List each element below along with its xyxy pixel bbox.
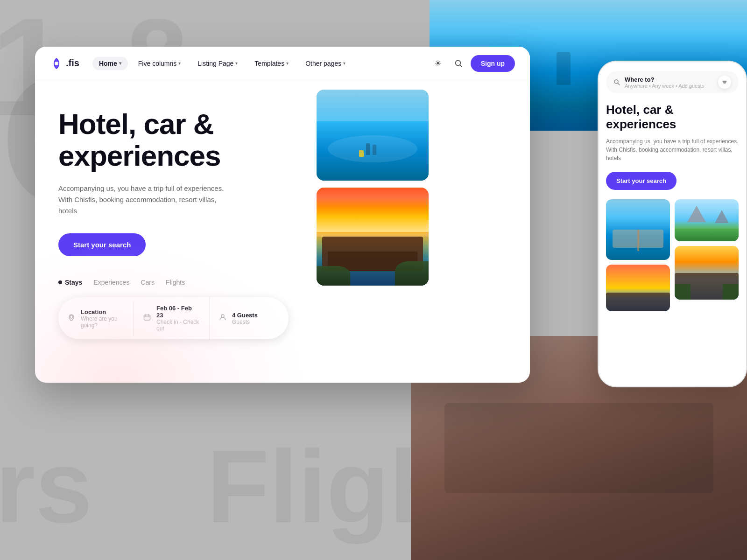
- chevron-down-icon: ▾: [235, 61, 238, 66]
- tab-stays[interactable]: Stays: [58, 279, 82, 286]
- search-icon: [454, 59, 463, 68]
- phone-filter-icon[interactable]: [718, 76, 731, 89]
- theme-toggle-button[interactable]: ☀: [430, 55, 446, 72]
- phone-hero-title: Hotel, car & experiences: [606, 103, 739, 132]
- phone-img-col-left: [606, 199, 670, 311]
- nav-item-other-pages[interactable]: Other pages ▾: [299, 57, 352, 70]
- navbar: .fis Home ▾ Five columns ▾ Listing Page …: [35, 47, 530, 80]
- phone-search-bar[interactable]: Where to? Anywhere • Any week • Add gues…: [606, 71, 739, 93]
- phone-img-col-right: [675, 199, 739, 311]
- hero-right-panel: [307, 80, 530, 383]
- phone-image-ocean: [606, 199, 670, 260]
- chevron-down-icon: ▾: [343, 61, 345, 66]
- nav-item-templates[interactable]: Templates ▾: [248, 57, 295, 70]
- svg-point-0: [55, 62, 58, 65]
- nav-item-five-columns[interactable]: Five columns ▾: [132, 57, 187, 70]
- chevron-down-icon: ▾: [286, 61, 289, 66]
- phone-search-icon: [613, 79, 620, 85]
- search-bar: Location Where are you going?: [58, 297, 289, 339]
- hero-image-top: [317, 90, 429, 181]
- phone-hero-subtitle: Accompanying us, you have a trip full of…: [606, 137, 739, 162]
- svg-point-1: [455, 60, 460, 65]
- signup-button[interactable]: Sign up: [471, 55, 515, 72]
- sun-icon: ☀: [434, 58, 442, 69]
- location-field[interactable]: Location Where are you going?: [58, 301, 134, 336]
- logo-icon: [50, 57, 63, 70]
- tab-dot: [58, 280, 62, 284]
- phone-image-mountain: [675, 199, 739, 241]
- svg-line-2: [460, 65, 462, 67]
- tab-cars[interactable]: Cars: [141, 279, 155, 286]
- hero-subtitle: Accompanying us, you have a trip full of…: [58, 183, 236, 217]
- search-button[interactable]: [450, 55, 467, 72]
- logo[interactable]: .fis: [50, 57, 79, 70]
- svg-point-8: [221, 315, 224, 317]
- chevron-down-icon: ▾: [178, 61, 181, 66]
- phone-image-bungalow: [675, 246, 739, 300]
- guests-icon: [219, 314, 226, 323]
- phone-images-grid: [606, 199, 739, 311]
- chevron-down-icon: ▾: [119, 61, 121, 66]
- logo-text: .fis: [66, 58, 79, 69]
- tab-flights[interactable]: Flights: [166, 279, 185, 286]
- browser-window: .fis Home ▾ Five columns ▾ Listing Page …: [35, 47, 530, 383]
- phone-search-text: Where to? Anywhere • Any week • Add gues…: [625, 76, 713, 89]
- nav-item-home[interactable]: Home ▾: [92, 57, 128, 70]
- hero-title: Hotel, car & experiences: [58, 108, 289, 172]
- location-icon: [68, 314, 75, 323]
- svg-rect-4: [144, 315, 150, 320]
- calendar-icon: [143, 314, 151, 323]
- search-tabs: Stays Experiences Cars Flights: [58, 279, 289, 286]
- hero-image-bottom: [317, 188, 429, 286]
- hero-left-panel: Hotel, car & experiences Accompanying us…: [35, 80, 307, 383]
- phone-image-sunset: [606, 265, 670, 311]
- svg-point-9: [614, 80, 618, 84]
- date-field[interactable]: Feb 06 - Feb 23 Check in - Check out: [134, 297, 210, 339]
- phone-search-button[interactable]: Start your search: [606, 172, 677, 190]
- hero-section: Hotel, car & experiences Accompanying us…: [35, 80, 530, 383]
- tab-experiences[interactable]: Experiences: [93, 279, 129, 286]
- svg-point-3: [70, 315, 73, 318]
- svg-line-10: [618, 84, 620, 85]
- phone-mockup: Where to? Anywhere • Any week • Add gues…: [598, 61, 747, 387]
- nav-item-listing-page[interactable]: Listing Page ▾: [191, 57, 244, 70]
- guests-field[interactable]: 4 Guests Guests: [210, 304, 285, 333]
- hero-search-button[interactable]: Start your search: [58, 233, 146, 256]
